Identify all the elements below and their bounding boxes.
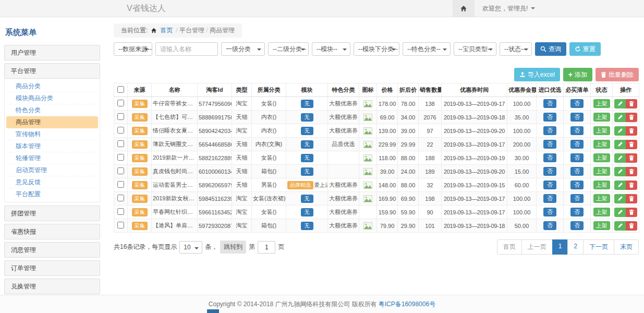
page-button[interactable]: 下一页: [583, 239, 614, 255]
import-select-toggle[interactable]: 否: [543, 180, 556, 189]
row-checkbox[interactable]: [117, 167, 124, 174]
sidebar-group-4[interactable]: 消息管理: [4, 242, 100, 258]
add-button[interactable]: + 添加: [563, 68, 592, 81]
status-button[interactable]: 上架: [593, 167, 610, 176]
sidebar-group-6[interactable]: 兑换管理: [4, 279, 100, 294]
sidebar-group-5[interactable]: 订单管理: [4, 260, 100, 276]
row-checkbox[interactable]: [117, 154, 124, 161]
sidebar-item[interactable]: 宣传物料: [6, 128, 98, 140]
status-button[interactable]: 上架: [593, 180, 610, 189]
edit-button[interactable]: [614, 113, 626, 122]
sidebar-item[interactable]: 模块商品分类: [6, 92, 98, 104]
icp-link[interactable]: 粤ICP备16098006号: [379, 300, 435, 309]
delete-button[interactable]: [626, 140, 637, 149]
search-button[interactable]: 查询: [535, 42, 566, 56]
delete-button[interactable]: [626, 167, 637, 176]
filter-select-5[interactable]: --模块下分类--: [354, 42, 399, 56]
import-select-toggle[interactable]: 否: [543, 140, 556, 149]
edit-button[interactable]: [614, 208, 626, 217]
batch-delete-button[interactable]: 批量删除: [596, 68, 639, 81]
filter-select-3[interactable]: --二级分类--: [268, 42, 309, 56]
delete-button[interactable]: [626, 126, 637, 136]
page-button[interactable]: 上一页: [521, 239, 553, 255]
import-select-toggle[interactable]: 否: [543, 194, 556, 203]
import-select-toggle[interactable]: 否: [543, 99, 556, 108]
import-select-toggle[interactable]: 否: [543, 113, 556, 122]
filter-select-4[interactable]: --模块--: [312, 42, 350, 56]
filter-select-2[interactable]: 一级分类: [221, 42, 265, 56]
status-button[interactable]: 上架: [593, 153, 610, 162]
sidebar-item[interactable]: 意见反馈: [6, 176, 98, 188]
status-button[interactable]: 上架: [593, 194, 610, 203]
edit-button[interactable]: [614, 194, 626, 203]
must-buy-toggle[interactable]: 否: [570, 167, 584, 176]
must-buy-toggle[interactable]: 否: [570, 140, 584, 149]
select-all-checkbox[interactable]: [117, 86, 124, 93]
import-select-toggle[interactable]: 否: [543, 126, 556, 135]
row-checkbox[interactable]: [117, 140, 124, 147]
user-menu[interactable]: 欢迎您，管理员!: [475, 0, 644, 17]
edit-button[interactable]: [614, 153, 626, 163]
filter-select-7[interactable]: --宝贝类型--: [454, 42, 496, 56]
edit-button[interactable]: [614, 140, 626, 149]
breadcrumb-home-link[interactable]: 首页: [160, 26, 173, 35]
status-button[interactable]: 上架: [593, 221, 610, 230]
delete-button[interactable]: [626, 153, 637, 163]
sidebar-group-1[interactable]: 平台管理: [4, 63, 100, 79]
page-button[interactable]: 首页: [497, 239, 522, 255]
must-buy-toggle[interactable]: 否: [570, 113, 584, 122]
sidebar-group-0[interactable]: 用户管理: [4, 45, 100, 61]
filter-select-0[interactable]: --数据来源--: [114, 42, 152, 56]
status-button[interactable]: 上架: [593, 208, 610, 216]
name-search-input[interactable]: [155, 42, 218, 56]
jump-page-input[interactable]: [258, 241, 275, 254]
status-button[interactable]: 上架: [593, 99, 610, 108]
import-select-toggle[interactable]: 否: [543, 208, 556, 216]
jump-button[interactable]: 跳转到: [220, 240, 246, 254]
import-select-toggle[interactable]: 否: [543, 221, 556, 230]
edit-button[interactable]: [614, 221, 626, 231]
filter-select-8[interactable]: --状态--: [500, 42, 532, 56]
page-button[interactable]: 2: [567, 239, 584, 255]
row-checkbox[interactable]: [117, 195, 124, 201]
delete-button[interactable]: [626, 221, 637, 231]
sidebar-item[interactable]: 版本管理: [6, 140, 98, 152]
reset-button[interactable]: 重置: [569, 42, 601, 56]
row-checkbox[interactable]: [117, 222, 124, 228]
row-checkbox[interactable]: [117, 181, 124, 188]
status-button[interactable]: 上架: [593, 140, 610, 149]
edit-button[interactable]: [614, 99, 626, 109]
edit-button[interactable]: [614, 167, 626, 176]
page-button[interactable]: 末页: [614, 239, 639, 255]
sidebar-item[interactable]: 特色分类: [6, 104, 98, 116]
sidebar-group-3[interactable]: 省惠快报: [4, 224, 100, 239]
must-buy-toggle[interactable]: 否: [570, 126, 584, 135]
delete-button[interactable]: [626, 99, 637, 109]
import-select-toggle[interactable]: 否: [543, 167, 556, 176]
must-buy-toggle[interactable]: 否: [570, 208, 584, 216]
sidebar-item[interactable]: 商品分类: [6, 80, 98, 92]
sidebar-item[interactable]: 平台配置: [6, 188, 98, 200]
delete-button[interactable]: [626, 113, 637, 122]
sidebar-item[interactable]: 商品管理: [6, 116, 98, 128]
row-checkbox[interactable]: [117, 100, 124, 106]
page-button[interactable]: 1: [552, 239, 568, 255]
delete-button[interactable]: [626, 180, 637, 190]
must-buy-toggle[interactable]: 否: [570, 153, 584, 162]
delete-button[interactable]: [626, 194, 637, 203]
import-select-toggle[interactable]: 否: [543, 153, 556, 162]
status-button[interactable]: 上架: [593, 126, 610, 135]
row-checkbox[interactable]: [117, 113, 124, 120]
delete-button[interactable]: [626, 208, 637, 217]
must-buy-toggle[interactable]: 否: [570, 99, 584, 108]
must-buy-toggle[interactable]: 否: [570, 221, 584, 230]
import-excel-button[interactable]: 导入excel: [514, 68, 560, 81]
row-checkbox[interactable]: [117, 127, 124, 134]
per-page-select[interactable]: 10: [179, 241, 202, 254]
edit-button[interactable]: [614, 126, 626, 136]
sidebar-item[interactable]: 轮播管理: [6, 152, 98, 164]
sidebar-group-2[interactable]: 拼团管理: [4, 206, 100, 221]
must-buy-toggle[interactable]: 否: [570, 180, 584, 189]
must-buy-toggle[interactable]: 否: [570, 194, 584, 203]
filter-select-6[interactable]: --特色分类--: [403, 42, 451, 56]
